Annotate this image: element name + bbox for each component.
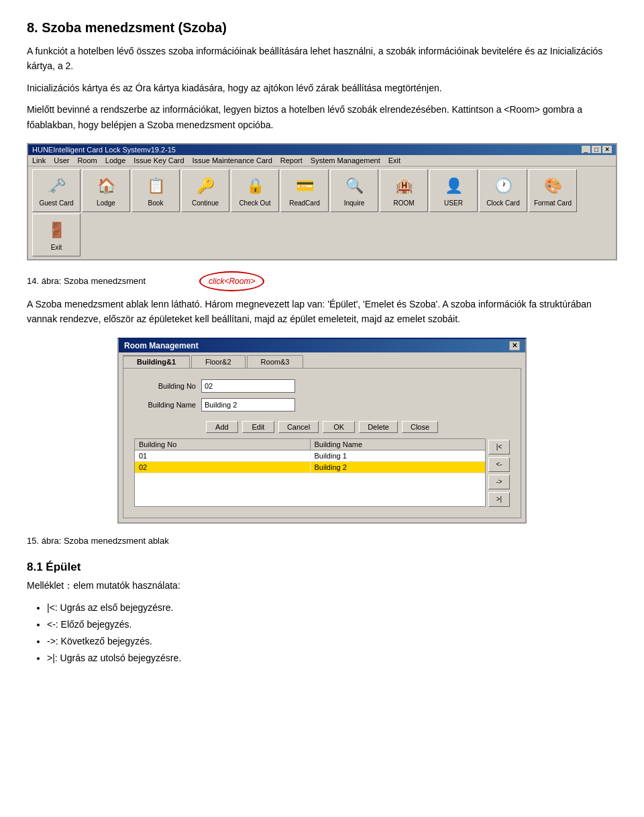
table-header: Building NoBuilding Name	[135, 439, 485, 450]
building-table: Building NoBuilding Name 01 Building 1 0…	[134, 438, 486, 507]
dialog-btn-cancel[interactable]: Cancel	[278, 421, 319, 433]
bullet-item: <-: Előző bejegyzés.	[47, 616, 617, 633]
toolbar-btn-label: Continue	[192, 199, 219, 207]
nav-buttons: |<<-->>|	[488, 438, 510, 507]
toolbar-button-lodge[interactable]: 🏠 Lodge	[82, 169, 130, 212]
toolbar-icon-lodge: 🏠	[93, 174, 119, 198]
toolbar-button-user[interactable]: 👤 USER	[429, 169, 478, 212]
dialog-tab-building-1[interactable]: Building&1	[123, 355, 190, 368]
menu-item-lodge[interactable]: Lodge	[105, 156, 126, 164]
toolbar-icon-user: 👤	[440, 174, 467, 198]
toolbar-icon-format-card: 🎨	[539, 174, 566, 198]
bullet-item: ->: Következő bejegyzés.	[47, 633, 617, 650]
toolbar-screenshot: HUNEIntelligent Card Lock Systemv19.2-15…	[27, 143, 617, 260]
toolbar-icon-continue: 🔑	[192, 174, 219, 198]
toolbar-buttons: 🗝️ Guest Card 🏠 Lodge 📋 Book 🔑 Continue …	[28, 166, 616, 259]
toolbar-titlebar: HUNEIntelligent Card Lock Systemv19.2-15…	[28, 144, 616, 155]
paragraph-after: A Szoba menedzsment ablak lenn látható. …	[27, 297, 617, 327]
toolbar-button-check-out[interactable]: 🔒 Check Out	[231, 169, 279, 212]
room-management-dialog: Room Management ✕ Building&1Floor&2Room&…	[117, 338, 527, 524]
toolbar-btn-label: Book	[148, 199, 164, 207]
toolbar-menubar: LinkUserRoomLodgeIssue Key CardIssue Mai…	[28, 155, 616, 166]
toolbar-button-clock-card[interactable]: 🕐 Clock Card	[479, 169, 527, 212]
dialog-tab-room-3[interactable]: Room&3	[247, 355, 304, 368]
section-81-title: 8.1 Épület	[27, 561, 617, 574]
table-row[interactable]: 01 Building 1	[135, 450, 485, 462]
figure-14-caption: 14. ábra: Szoba menedzsment	[27, 276, 146, 286]
toolbar-icon-exit: 🚪	[43, 218, 70, 242]
field-input-building-name[interactable]	[201, 398, 295, 412]
toolbar-button-room[interactable]: 🏨 ROOM	[380, 169, 428, 212]
paragraph-2: Inicializációs kártya és az Óra kártya k…	[27, 81, 617, 95]
field-label: Building Name	[134, 401, 201, 409]
toolbar-icon-inquire: 🔍	[341, 174, 368, 198]
field-label: Building No	[134, 382, 201, 390]
toolbar-button-continue[interactable]: 🔑 Continue	[181, 169, 229, 212]
menu-item-link[interactable]: Link	[32, 156, 46, 164]
dialog-titlebar: Room Management ✕	[119, 339, 525, 352]
menu-item-system-management[interactable]: System Management	[311, 156, 380, 164]
menu-item-report[interactable]: Report	[280, 156, 303, 164]
section-81-bullets: |<: Ugrás az első bejegyzésre.<-: Előző …	[47, 599, 617, 667]
dialog-btn-add[interactable]: Add	[206, 421, 238, 433]
menu-item-user[interactable]: User	[54, 156, 69, 164]
dialog-action-buttons: AddEditCancelOKDeleteClose	[134, 421, 510, 433]
page-heading: 8. Szoba menedzsment (Szoba)	[27, 20, 617, 36]
menu-item-exit[interactable]: Exit	[388, 156, 400, 164]
dialog-btn-delete[interactable]: Delete	[359, 421, 398, 433]
toolbar-minimize[interactable]: _	[582, 146, 591, 153]
toolbar-button-exit[interactable]: 🚪 Exit	[32, 213, 80, 256]
toolbar-close[interactable]: ×	[602, 146, 612, 153]
bullet-item: >|: Ugrás az utolsó bejegyzésre.	[47, 650, 617, 667]
toolbar-icon-book: 📋	[142, 174, 169, 198]
annotation-row: 14. ábra: Szoba menedzsment click<Room>	[27, 271, 617, 291]
dialog-tab-floor-2[interactable]: Floor&2	[191, 355, 246, 368]
nav-btn--[interactable]: <-	[488, 457, 510, 472]
figure-15-caption: 15. ábra: Szoba menedzsment ablak	[27, 534, 617, 548]
form-row-building-no: Building No	[134, 379, 510, 393]
nav-btn--[interactable]: ->	[488, 475, 510, 489]
toolbar-icon-room: 🏨	[390, 174, 417, 198]
toolbar-button-inquire[interactable]: 🔍 Inquire	[330, 169, 378, 212]
nav-btn-[interactable]: |<	[488, 440, 510, 454]
toolbar-btn-label: ROOM	[393, 199, 414, 207]
dialog-close-button[interactable]: ✕	[509, 341, 520, 350]
toolbar-btn-label: USER	[444, 199, 463, 207]
table-row[interactable]: 02 Building 2	[135, 462, 485, 473]
menu-item-issue-key-card[interactable]: Issue Key Card	[133, 156, 184, 164]
toolbar-maximize[interactable]: □	[592, 146, 601, 153]
dialog-btn-close[interactable]: Close	[402, 421, 438, 433]
bullet-item: |<: Ugrás az első bejegyzésre.	[47, 599, 617, 616]
paragraph-1: A funkciót a hotelben lévő összes szoba …	[27, 44, 617, 74]
toolbar-btn-label: ReadCard	[289, 199, 320, 207]
dialog-btn-ok[interactable]: OK	[323, 421, 355, 433]
toolbar-button-format-card[interactable]: 🎨 Format Card	[529, 169, 577, 212]
section-81-intro: Melléklet：elem mutatók használata:	[27, 578, 617, 593]
toolbar-button-guest-card[interactable]: 🗝️ Guest Card	[32, 169, 80, 212]
dialog-title: Room Management	[124, 341, 199, 350]
toolbar-btn-label: Inquire	[344, 199, 365, 207]
toolbar-icon-clock-card: 🕐	[490, 174, 517, 198]
table-cell-name: Building 2	[311, 462, 486, 473]
toolbar-button-book[interactable]: 📋 Book	[131, 169, 180, 212]
toolbar-btn-label: Format Card	[534, 199, 572, 207]
dialog-btn-edit[interactable]: Edit	[242, 421, 274, 433]
table-cell-no: 02	[135, 462, 311, 473]
toolbar-icon-guest-card: 🗝️	[43, 174, 70, 198]
paragraph-3: Mielőtt bevinné a rendszerbe az informác…	[27, 102, 617, 132]
toolbar-button-readcard[interactable]: 💳 ReadCard	[280, 169, 329, 212]
toolbar-btn-label: Guest Card	[39, 199, 73, 207]
dialog-table-area: Building NoBuilding Name 01 Building 1 0…	[134, 438, 510, 507]
nav-btn-[interactable]: >|	[488, 492, 510, 507]
table-col-header: Building No	[135, 439, 311, 450]
toolbar-btn-label: Exit	[51, 244, 62, 252]
toolbar-btn-label: Clock Card	[486, 199, 519, 207]
click-room-annotation: click<Room>	[199, 271, 264, 291]
toolbar-icon-check-out: 🔒	[241, 174, 268, 198]
table-cell-name: Building 1	[311, 450, 486, 461]
table-cell-no: 01	[135, 450, 311, 461]
field-input-building-no[interactable]	[201, 379, 295, 393]
menu-item-room[interactable]: Room	[77, 156, 97, 164]
menu-item-issue-maintenance-card[interactable]: Issue Maintenance Card	[193, 156, 272, 164]
dialog-wrapper: Room Management ✕ Building&1Floor&2Room&…	[27, 338, 617, 524]
